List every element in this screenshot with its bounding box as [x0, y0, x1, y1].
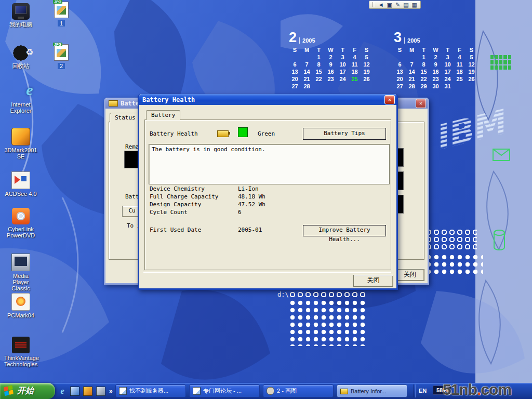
ie-page-icon: [193, 387, 201, 395]
desktop-icon-internet-explorer[interactable]: Internet Explorer: [4, 83, 37, 114]
desktop-file-2[interactable]: 2: [51, 44, 72, 70]
quicklaunch-overflow-chevron[interactable]: »: [109, 388, 113, 395]
desktop-file-label: 1: [58, 20, 65, 26]
battery-spec-row: Design Capacity47.52 Wh: [150, 201, 378, 209]
desktop-icon-pcmark04[interactable]: PCMark04: [4, 293, 37, 318]
desktop-icon-recycle-bin[interactable]: 回收站: [4, 45, 37, 69]
desktop-icon-label: 我的电脑: [4, 21, 37, 28]
calendar-day: 19: [361, 69, 373, 76]
calendar-day: 28: [301, 83, 313, 90]
keyboard-icon[interactable]: ▦: [412, 1, 417, 8]
calendar-day: [313, 83, 325, 90]
calendar-day-header: W: [325, 47, 337, 54]
calendar-day-header: T: [442, 47, 454, 54]
speaker-icon[interactable]: ◄: [378, 1, 384, 8]
floating-toolbar[interactable]: ◄▣✎▤▦: [369, 1, 421, 9]
quicklaunch-internet-explorer-icon[interactable]: e: [58, 387, 66, 395]
condition-textbox[interactable]: The battery is in good condition.: [149, 144, 390, 184]
language-indicator[interactable]: EN: [419, 388, 427, 394]
start-button[interactable]: 开始: [0, 383, 55, 399]
desktop-icon-label: Media Player Classic: [4, 273, 37, 291]
grid-icon[interactable]: ▤: [403, 1, 408, 8]
toolbar-grip[interactable]: [373, 2, 375, 7]
desktop-icon-media-player-classic[interactable]: Media Player Classic: [4, 254, 37, 291]
start-button-label: 开始: [17, 385, 34, 396]
battery-health-label: Battery Health: [150, 130, 198, 137]
desktop-icon-thinkvantage-technologies[interactable]: ThinkVantage Technologies: [4, 337, 37, 367]
bgwindow-close-icon[interactable]: ✕: [416, 99, 426, 108]
calendar-day: 1: [313, 54, 325, 61]
calendar-day: 5: [466, 54, 477, 61]
desktop-icon-label: Internet Explorer: [4, 101, 37, 114]
battery-specs: Device ChemistryLi-IonFull Charge Capaci…: [150, 185, 378, 217]
calendar-day-header: S: [394, 47, 406, 54]
windows-logo-icon: [4, 385, 15, 397]
taskbar-task-1[interactable]: 找不到服务器...: [115, 384, 186, 397]
quicklaunch-show-desktop-icon[interactable]: [70, 387, 79, 396]
calendar-day: 14: [406, 69, 418, 76]
task-label: 2 - 画图: [277, 387, 297, 395]
desktop-icon-cyberlink-powerdvd[interactable]: CyberLink PowerDVD: [4, 208, 37, 238]
taskbar-task-4[interactable]: Battery Infor...: [337, 384, 407, 397]
calendar-day: 15: [313, 69, 325, 76]
calendar-day: [349, 83, 361, 90]
calendar-header: 22005: [289, 28, 373, 45]
calendar-day: 21: [406, 76, 418, 83]
calendar-day-header: S: [466, 47, 477, 54]
calendar-day: [454, 83, 466, 90]
calendar-day: 24: [337, 76, 349, 83]
battery-health-dialog: Battery Health ✕ Battery Battery Health …: [138, 94, 398, 290]
calendar-day: 20: [289, 76, 301, 83]
battery-spec-row: Device ChemistryLi-Ion: [150, 185, 378, 193]
calendar-day: 7: [301, 61, 313, 69]
calendar-day: 3: [442, 54, 454, 61]
desktop-icon-label: CyberLink PowerDVD: [4, 226, 37, 238]
calendar-day: 16: [325, 69, 337, 76]
taskbar-task-3[interactable]: 2 - 画图: [263, 384, 334, 397]
calendar-day: 2: [325, 54, 337, 61]
display-icon[interactable]: ▣: [387, 1, 392, 8]
desktop-icon-3dmark2001-se[interactable]: 3DMark2001 SE: [4, 128, 37, 159]
calendar-day: 26: [466, 76, 477, 83]
media-player-classic-icon: [11, 254, 30, 271]
pen-icon[interactable]: ✎: [395, 1, 400, 8]
improve-battery-health-button[interactable]: Improve Battery Health...: [303, 225, 386, 236]
pcmark-icon: [11, 293, 30, 311]
calendar-february-2005: 22005SMTWTFS1234567891011121314151617181…: [289, 28, 373, 90]
calendar-day: 11: [454, 61, 466, 69]
calendar-day: 21: [301, 76, 313, 83]
battery-window-icon: [109, 100, 118, 107]
desktop-icon-label: 3DMark2001 SE: [4, 147, 37, 159]
quicklaunch-acdsee-icon[interactable]: [96, 387, 105, 396]
dialog-close-button[interactable]: 关闭: [353, 275, 393, 287]
tab-battery[interactable]: Battery: [146, 110, 180, 120]
calendar-day: 11: [349, 61, 361, 69]
calendar-month: 3: [394, 31, 402, 45]
calendar-day: 1: [418, 54, 430, 61]
drive-label: d:\: [277, 291, 289, 298]
calendar-day: 20: [394, 76, 406, 83]
calendar-day: [337, 83, 349, 90]
dialog-close-icon[interactable]: ✕: [384, 95, 395, 104]
taskbar-task-2[interactable]: 专门网论坛 - ...: [189, 384, 260, 397]
taskbar-task-buttons: 找不到服务器...专门网论坛 - ...2 - 画图Battery Infor.…: [115, 384, 407, 397]
task-label: 找不到服务器...: [129, 387, 168, 395]
battery-icon: [340, 389, 348, 394]
battery-health-titlebar[interactable]: Battery Health ✕: [139, 94, 396, 105]
desktop-icon-acdsee[interactable]: ACDSee 4.0: [4, 171, 37, 197]
calendar-day: 22: [313, 76, 325, 83]
bgwindow-close-button[interactable]: 关闭: [395, 269, 424, 281]
calendar-day: 14: [301, 69, 313, 76]
calendar-day: 10: [337, 61, 349, 69]
calendar-grid: SMTWTFS123456789101112131415161718192021…: [289, 47, 373, 90]
calendar-month: 2: [289, 31, 297, 45]
tab-status[interactable]: Status: [110, 113, 141, 123]
battery-tips-button[interactable]: Battery Tips: [303, 128, 386, 140]
calendar-day: [406, 54, 418, 61]
calendar-day: [361, 83, 373, 90]
desktop-icon-my-computer[interactable]: 我的电脑: [4, 3, 37, 28]
desktop-file-1[interactable]: 1: [51, 2, 72, 28]
calendar-day: 8: [313, 61, 325, 69]
calendar-header: 32005: [394, 28, 477, 45]
quicklaunch-media-player-icon[interactable]: [83, 387, 92, 396]
